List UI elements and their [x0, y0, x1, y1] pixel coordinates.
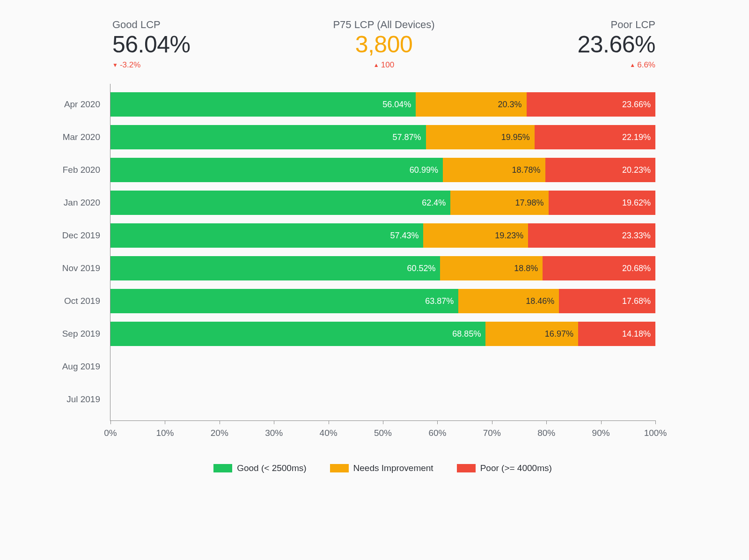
- lcp-stacked-bar-chart: 0%10%20%30%40%50%60%70%80%90%100%Apr 202…: [9, 84, 740, 473]
- y-axis-category-label: Aug 2019: [62, 361, 110, 372]
- bar-segment-good: 57.87%: [110, 125, 426, 149]
- metric-delta-value: -3.2%: [120, 60, 140, 70]
- bar-segment-needs-improvement: 20.3%: [416, 92, 526, 117]
- x-axis-tick-label: 70%: [483, 428, 501, 438]
- x-axis-tick: [546, 420, 547, 424]
- x-axis-tick: [165, 420, 165, 424]
- bar-row: Oct 201963.87%18.46%17.68%: [110, 289, 655, 313]
- bar-segment-poor: 19.62%: [549, 191, 655, 215]
- bar-segment-needs-improvement: 19.95%: [426, 125, 535, 149]
- legend-swatch: [213, 464, 232, 472]
- metric-label: P75 LCP (All Devices): [333, 19, 434, 31]
- y-axis-category-label: Dec 2019: [62, 230, 110, 241]
- bar-segment-good: 56.04%: [110, 92, 416, 117]
- metric-value: 56.04%: [112, 32, 191, 58]
- bar-row: Feb 202060.99%18.78%20.23%: [110, 158, 655, 182]
- metric-value: 23.66%: [577, 32, 655, 58]
- x-axis-tick-label: 0%: [104, 428, 117, 438]
- bar-segment-poor: 23.33%: [528, 223, 655, 248]
- bar-segment-poor: 20.68%: [543, 256, 655, 280]
- bar-segment-poor: 20.23%: [545, 158, 655, 182]
- metric-delta: ▼ -3.2%: [112, 60, 140, 70]
- x-axis-tick-label: 30%: [265, 428, 283, 438]
- metric-label: Good LCP: [112, 19, 161, 31]
- bar-row: Jan 202062.4%17.98%19.62%: [110, 191, 655, 215]
- metric-delta: ▲ 100: [374, 60, 394, 70]
- bar-segment-poor: 23.66%: [527, 92, 655, 117]
- x-axis-tick-label: 20%: [211, 428, 228, 438]
- legend-item-good: Good (< 2500ms): [213, 463, 306, 473]
- bar-segment-poor: 14.18%: [578, 322, 655, 346]
- bar-segment-needs-improvement: 17.98%: [450, 191, 548, 215]
- plot-area: 0%10%20%30%40%50%60%70%80%90%100%Apr 202…: [110, 84, 655, 421]
- metric-delta: ▲ 6.6%: [630, 60, 655, 70]
- metric-good-lcp: Good LCP 56.04% ▼ -3.2%: [112, 19, 191, 70]
- bar-row: Sep 201968.85%16.97%14.18%: [110, 322, 655, 346]
- x-axis-tick: [220, 420, 220, 424]
- bar-row: Jul 2019: [110, 387, 655, 412]
- x-axis-tick: [274, 420, 274, 424]
- legend-label: Poor (>= 4000ms): [480, 463, 552, 473]
- metric-delta-value: 6.6%: [637, 60, 655, 70]
- x-axis-tick-label: 40%: [320, 428, 338, 438]
- metric-value: 3,800: [355, 32, 413, 58]
- bar-segment-needs-improvement: 18.46%: [458, 289, 559, 313]
- x-axis-tick: [329, 420, 329, 424]
- legend-swatch: [330, 464, 349, 472]
- bar-row: Apr 202056.04%20.3%23.66%: [110, 92, 655, 117]
- bar-segment-good: 60.99%: [110, 158, 443, 182]
- x-axis-tick-label: 100%: [644, 428, 667, 438]
- x-axis-tick-label: 50%: [374, 428, 392, 438]
- metric-poor-lcp: Poor LCP 23.66% ▲ 6.6%: [577, 19, 655, 70]
- arrow-up-icon: ▲: [374, 62, 379, 68]
- x-axis-tick: [492, 420, 492, 424]
- x-axis-tick-label: 10%: [156, 428, 174, 438]
- metric-delta-value: 100: [381, 60, 394, 70]
- x-axis-tick: [383, 420, 383, 424]
- bar-row: Dec 201957.43%19.23%23.33%: [110, 223, 655, 248]
- legend-swatch: [457, 464, 476, 472]
- arrow-down-icon: ▼: [112, 62, 118, 68]
- bar-row: Aug 2019: [110, 354, 655, 379]
- chart-legend: Good (< 2500ms) Needs Improvement Poor (…: [110, 463, 655, 473]
- y-axis-category-label: Nov 2019: [62, 263, 110, 273]
- x-axis-tick: [655, 420, 656, 424]
- bar-segment-good: 68.85%: [110, 322, 485, 346]
- x-axis-tick: [110, 420, 111, 424]
- legend-label: Needs Improvement: [353, 463, 433, 473]
- y-axis-category-label: Apr 2020: [64, 99, 110, 110]
- metrics-header: Good LCP 56.04% ▼ -3.2% P75 LCP (All Dev…: [9, 19, 740, 84]
- y-axis-category-label: Oct 2019: [64, 296, 110, 306]
- y-axis-category-label: Jul 2019: [66, 394, 110, 405]
- bar-segment-needs-improvement: 18.78%: [443, 158, 545, 182]
- bar-segment-good: 63.87%: [110, 289, 458, 313]
- x-axis-tick-label: 80%: [537, 428, 555, 438]
- x-axis-tick-label: 90%: [592, 428, 610, 438]
- x-axis-tick-label: 60%: [428, 428, 446, 438]
- bar-segment-needs-improvement: 19.23%: [423, 223, 528, 248]
- bar-segment-good: 60.52%: [110, 256, 440, 280]
- y-axis-category-label: Jan 2020: [64, 198, 110, 208]
- bar-segment-needs-improvement: 18.8%: [440, 256, 543, 280]
- y-axis-category-label: Sep 2019: [62, 329, 110, 339]
- x-axis-tick: [601, 420, 602, 424]
- bar-row: Mar 202057.87%19.95%22.19%: [110, 125, 655, 149]
- bar-segment-needs-improvement: 16.97%: [485, 322, 578, 346]
- metric-p75-lcp: P75 LCP (All Devices) 3,800 ▲ 100: [333, 19, 434, 70]
- metric-label: Poor LCP: [611, 19, 655, 31]
- legend-item-needs-improvement: Needs Improvement: [330, 463, 433, 473]
- bar-segment-poor: 17.68%: [559, 289, 655, 313]
- arrow-up-icon: ▲: [630, 62, 635, 68]
- x-axis-tick: [437, 420, 438, 424]
- bar-segment-poor: 22.19%: [535, 125, 655, 149]
- legend-item-poor: Poor (>= 4000ms): [457, 463, 552, 473]
- bar-segment-good: 57.43%: [110, 223, 423, 248]
- legend-label: Good (< 2500ms): [237, 463, 306, 473]
- bar-row: Nov 201960.52%18.8%20.68%: [110, 256, 655, 280]
- y-axis-category-label: Mar 2020: [63, 132, 110, 142]
- y-axis-category-label: Feb 2020: [63, 165, 110, 175]
- bar-segment-good: 62.4%: [110, 191, 450, 215]
